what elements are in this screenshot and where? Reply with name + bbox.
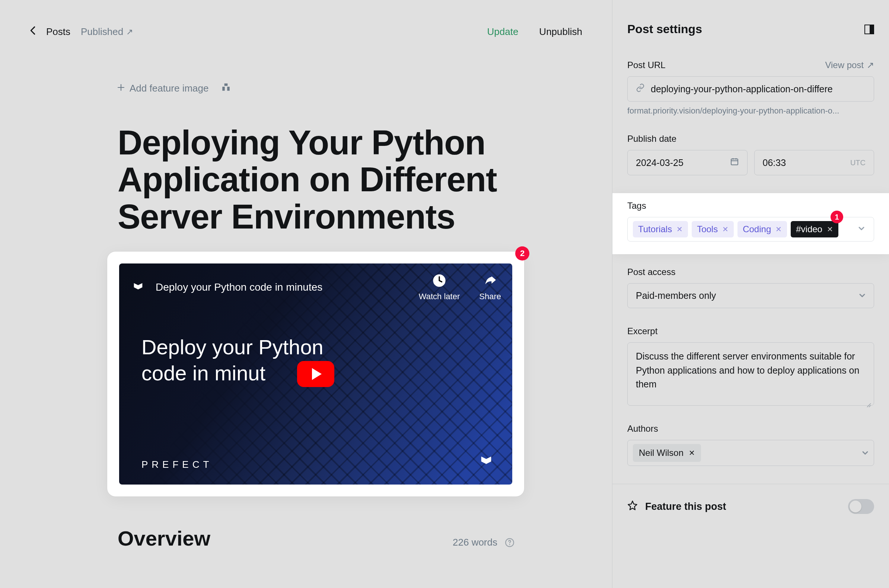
tag-name: Tutorials	[638, 224, 672, 234]
settings-sidebar: Post settings Post URL View post ↗ deplo…	[612, 0, 889, 588]
video-top-bar: Deploy your Python code in minutes Watch…	[130, 273, 501, 302]
word-count-label: 226 words	[453, 537, 497, 548]
back-button[interactable]	[30, 26, 36, 38]
chevron-down-icon	[854, 225, 868, 233]
play-button[interactable]	[297, 361, 334, 387]
sidebar-header: Post settings	[627, 22, 874, 36]
video-brand: PREFECT	[141, 459, 213, 470]
divider	[613, 484, 889, 484]
watch-later-label: Watch later	[419, 292, 460, 302]
tag-pill[interactable]: Tools✕	[692, 221, 734, 237]
time-value: 06:33	[763, 158, 786, 168]
post-access-select[interactable]: Paid-members only	[627, 283, 874, 308]
tag-pill[interactable]: Tutorials✕	[633, 221, 688, 237]
authors-label: Authors	[627, 423, 874, 434]
help-icon[interactable]	[505, 538, 515, 548]
plus-icon	[117, 82, 125, 94]
channel-icon	[130, 279, 146, 295]
chevron-down-icon	[862, 448, 868, 459]
video-embed-card[interactable]: 2 Deploy your Python code in minutes	[107, 252, 524, 496]
unsplash-icon	[221, 82, 231, 92]
tag-name: #video	[796, 224, 822, 234]
feature-post-toggle[interactable]	[848, 499, 874, 514]
excerpt-textarea[interactable]: Discuss the different server environment…	[627, 342, 874, 406]
chevron-down-icon	[859, 290, 865, 301]
post-url-value: deploying-your-python-application-on-dif…	[651, 84, 833, 94]
publish-time-input[interactable]: 06:33 UTC	[754, 150, 874, 175]
authors-field: Authors Neil Wilson ✕	[627, 423, 874, 466]
breadcrumb: Posts Published ↗	[30, 26, 133, 38]
clock-icon	[432, 273, 447, 288]
share-label: Share	[479, 292, 501, 302]
tag-pill[interactable]: #video✕	[791, 221, 838, 237]
post-access-field: Post access Paid-members only	[627, 267, 874, 308]
video-embed-title: Deploy your Python code in minutes	[156, 281, 322, 293]
chevron-left-icon	[30, 26, 36, 35]
brand-corner-icon	[479, 454, 494, 470]
view-post-link[interactable]: View post ↗	[825, 60, 874, 70]
tz-label: UTC	[850, 159, 865, 167]
post-access-value: Paid-members only	[636, 290, 716, 301]
content-column: Add feature image Deploying Your Python …	[98, 82, 515, 550]
publish-date-input[interactable]: 2024-03-25	[627, 150, 748, 175]
overview-heading[interactable]: Overview	[118, 526, 210, 550]
status-label: Published	[81, 26, 123, 38]
editor-pane: Posts Published ↗ Update Unpublish Add f…	[0, 0, 612, 588]
svg-point-2	[509, 544, 511, 545]
feature-post-row: Feature this post	[627, 499, 874, 514]
post-url-label: Post URL	[627, 60, 666, 70]
tag-pill[interactable]: Coding✕	[737, 221, 787, 237]
callout-badge-2: 2	[515, 246, 529, 261]
watch-later-button[interactable]: Watch later	[419, 273, 460, 302]
star-icon	[627, 500, 638, 513]
calendar-icon	[730, 157, 739, 168]
publish-date-field: Publish date 2024-03-25 06:33 UTC	[627, 134, 874, 175]
resize-handle-icon[interactable]	[866, 398, 872, 404]
post-access-label: Post access	[627, 267, 874, 277]
author-pill[interactable]: Neil Wilson ✕	[633, 444, 701, 462]
unsplash-button[interactable]	[221, 82, 231, 94]
tag-name: Coding	[743, 224, 771, 234]
add-feature-label: Add feature image	[129, 82, 209, 94]
panel-toggle-button[interactable]	[864, 24, 874, 34]
play-icon	[312, 368, 321, 380]
breadcrumb-status[interactable]: Published ↗	[81, 26, 133, 38]
remove-tag-button[interactable]: ✕	[775, 225, 782, 234]
tags-field: Tags 1 Tutorials✕Tools✕Coding✕#video✕	[613, 193, 889, 254]
date-value: 2024-03-25	[636, 158, 683, 168]
post-title[interactable]: Deploying Your Python Application on Dif…	[118, 124, 515, 235]
tag-name: Tools	[697, 224, 718, 234]
remove-tag-button[interactable]: ✕	[827, 225, 833, 234]
remove-tag-button[interactable]: ✕	[676, 225, 683, 234]
tags-label: Tags	[627, 201, 874, 211]
sidebar-title: Post settings	[627, 22, 702, 36]
video-thumbnail[interactable]: Deploy your Python code in minutes Watch…	[119, 264, 512, 484]
tags-input[interactable]: 1 Tutorials✕Tools✕Coding✕#video✕	[627, 217, 874, 242]
link-icon	[636, 83, 645, 94]
callout-badge-1: 1	[830, 211, 843, 223]
excerpt-label: Excerpt	[627, 326, 874, 336]
post-url-field: Post URL View post ↗ deploying-your-pyth…	[627, 60, 874, 116]
top-bar: Posts Published ↗ Update Unpublish	[30, 26, 582, 38]
share-button[interactable]: Share	[479, 273, 501, 302]
external-link-icon: ↗	[126, 27, 133, 37]
update-button[interactable]: Update	[487, 26, 518, 38]
add-feature-image-button[interactable]: Add feature image	[117, 82, 209, 94]
authors-select[interactable]: Neil Wilson ✕	[627, 440, 874, 466]
word-count: 226 words	[453, 537, 515, 548]
top-actions: Update Unpublish	[487, 26, 582, 38]
excerpt-field: Excerpt Discuss the different server env…	[627, 326, 874, 406]
post-url-input[interactable]: deploying-your-python-application-on-dif…	[627, 76, 874, 102]
overview-row: Overview 226 words	[118, 526, 515, 550]
feature-image-row: Add feature image	[117, 82, 515, 94]
url-preview: format.priority.vision/deploying-your-py…	[627, 106, 874, 116]
svg-rect-3	[731, 159, 738, 165]
breadcrumb-posts[interactable]: Posts	[46, 26, 71, 38]
remove-tag-button[interactable]: ✕	[722, 225, 728, 234]
remove-author-button[interactable]: ✕	[689, 448, 695, 458]
publish-date-label: Publish date	[627, 134, 874, 144]
unpublish-button[interactable]: Unpublish	[539, 26, 582, 38]
excerpt-value: Discuss the different server environment…	[636, 351, 859, 389]
video-headline: Deploy your Python code in minut	[141, 334, 323, 386]
author-name: Neil Wilson	[639, 448, 683, 458]
